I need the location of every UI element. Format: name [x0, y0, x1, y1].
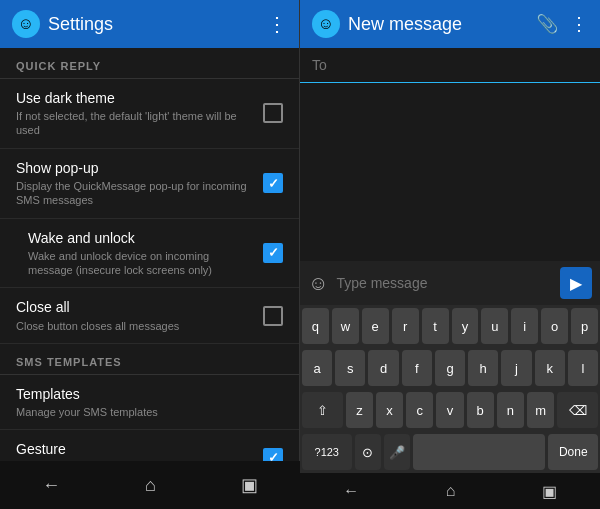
- key-v[interactable]: v: [436, 392, 463, 428]
- to-field-container[interactable]: [300, 48, 600, 83]
- setting-templates[interactable]: Templates Manage your SMS templates: [0, 375, 299, 430]
- message-body-area: [300, 83, 600, 261]
- setting-close-all[interactable]: Close all Close button closes all messag…: [0, 288, 299, 343]
- key-symbols[interactable]: ?123: [302, 434, 352, 470]
- section-sms-templates: SMS TEMPLATES: [0, 344, 299, 375]
- key-p[interactable]: p: [571, 308, 598, 344]
- setting-wake-unlock[interactable]: Wake and unlock Wake and unlock device o…: [0, 219, 299, 289]
- key-a[interactable]: a: [302, 350, 332, 386]
- right-nav-bar: ← ⌂ ▣: [300, 473, 600, 509]
- key-mic[interactable]: 🎤: [384, 434, 410, 470]
- recent-apps-button-right[interactable]: ▣: [530, 478, 569, 505]
- key-e[interactable]: e: [362, 308, 389, 344]
- settings-panel: ☺ Settings ⋮ QUICK REPLY Use dark theme …: [0, 0, 300, 509]
- key-f[interactable]: f: [402, 350, 432, 386]
- message-input[interactable]: [336, 275, 552, 291]
- key-n[interactable]: n: [497, 392, 524, 428]
- key-q[interactable]: q: [302, 308, 329, 344]
- setting-templates-title: Templates: [16, 385, 283, 403]
- setting-close-all-text: Close all Close button closes all messag…: [16, 298, 255, 332]
- keyboard-row-3: ⇧ z x c v b n m ⌫: [300, 389, 600, 431]
- app-icon-right: ☺: [312, 10, 340, 38]
- setting-templates-desc: Manage your SMS templates: [16, 405, 283, 419]
- new-message-title: New message: [348, 14, 528, 35]
- keyboard: q w e r t y u i o p a s d f g h j k l ⇧ …: [300, 305, 600, 473]
- key-c[interactable]: c: [406, 392, 433, 428]
- key-b[interactable]: b: [467, 392, 494, 428]
- show-popup-checkbox[interactable]: [263, 173, 283, 193]
- key-j[interactable]: j: [501, 350, 531, 386]
- setting-show-popup-text: Show pop-up Display the QuickMessage pop…: [16, 159, 255, 208]
- overflow-menu-icon[interactable]: ⋮: [267, 12, 287, 36]
- key-r[interactable]: r: [392, 308, 419, 344]
- key-z[interactable]: z: [346, 392, 373, 428]
- key-i[interactable]: i: [511, 308, 538, 344]
- key-done[interactable]: Done: [548, 434, 598, 470]
- key-o[interactable]: o: [541, 308, 568, 344]
- setting-dark-theme-title: Use dark theme: [16, 89, 255, 107]
- home-button-right[interactable]: ⌂: [434, 478, 468, 504]
- key-space[interactable]: [413, 434, 545, 470]
- key-g[interactable]: g: [435, 350, 465, 386]
- back-button-right[interactable]: ←: [331, 478, 371, 504]
- to-input[interactable]: [312, 57, 588, 73]
- header-actions: 📎 ⋮: [536, 13, 588, 35]
- key-l[interactable]: l: [568, 350, 598, 386]
- key-x[interactable]: x: [376, 392, 403, 428]
- key-u[interactable]: u: [481, 308, 508, 344]
- recent-apps-button[interactable]: ▣: [225, 466, 274, 504]
- setting-dark-theme-text: Use dark theme If not selected, the defa…: [16, 89, 255, 138]
- key-backspace[interactable]: ⌫: [557, 392, 598, 428]
- key-s[interactable]: s: [335, 350, 365, 386]
- setting-wake-unlock-title: Wake and unlock: [28, 229, 255, 247]
- send-button[interactable]: ▶: [560, 267, 592, 299]
- new-message-header: ☺ New message 📎 ⋮: [300, 0, 600, 48]
- message-input-bar: ☺ ▶: [300, 261, 600, 305]
- keyboard-row-2: a s d f g h j k l: [300, 347, 600, 389]
- key-t[interactable]: t: [422, 308, 449, 344]
- setting-gesture-title: Gesture: [16, 440, 255, 458]
- setting-wake-unlock-desc: Wake and unlock device on incoming messa…: [28, 249, 255, 278]
- setting-dark-theme[interactable]: Use dark theme If not selected, the defa…: [0, 79, 299, 149]
- setting-dark-theme-desc: If not selected, the default 'light' the…: [16, 109, 255, 138]
- setting-close-all-desc: Close button closes all messages: [16, 319, 255, 333]
- section-quick-reply: QUICK REPLY: [0, 48, 299, 79]
- key-k[interactable]: k: [535, 350, 565, 386]
- settings-title: Settings: [48, 14, 259, 35]
- settings-list: QUICK REPLY Use dark theme If not select…: [0, 48, 299, 509]
- close-all-checkbox[interactable]: [263, 306, 283, 326]
- setting-close-all-title: Close all: [16, 298, 255, 316]
- settings-header: ☺ Settings ⋮: [0, 0, 299, 48]
- key-h[interactable]: h: [468, 350, 498, 386]
- key-d[interactable]: d: [368, 350, 398, 386]
- key-m[interactable]: m: [527, 392, 554, 428]
- setting-show-popup[interactable]: Show pop-up Display the QuickMessage pop…: [0, 149, 299, 219]
- left-nav-bar: ← ⌂ ▣: [0, 461, 300, 509]
- setting-show-popup-title: Show pop-up: [16, 159, 255, 177]
- key-w[interactable]: w: [332, 308, 359, 344]
- setting-templates-text: Templates Manage your SMS templates: [16, 385, 283, 419]
- new-message-panel: ☺ New message 📎 ⋮ ☺ ▶ q w e r t y u i o …: [300, 0, 600, 509]
- app-icon: ☺: [12, 10, 40, 38]
- setting-wake-unlock-text: Wake and unlock Wake and unlock device o…: [28, 229, 255, 278]
- emoji-button[interactable]: ☺: [308, 272, 328, 295]
- keyboard-row-4: ?123 ⊙ 🎤 Done: [300, 431, 600, 473]
- setting-show-popup-desc: Display the QuickMessage pop-up for inco…: [16, 179, 255, 208]
- key-y[interactable]: y: [452, 308, 479, 344]
- wake-unlock-checkbox[interactable]: [263, 243, 283, 263]
- key-settings-icon[interactable]: ⊙: [355, 434, 381, 470]
- dark-theme-checkbox[interactable]: [263, 103, 283, 123]
- home-button[interactable]: ⌂: [129, 467, 172, 504]
- key-shift[interactable]: ⇧: [302, 392, 343, 428]
- back-button[interactable]: ←: [26, 467, 76, 504]
- attach-icon[interactable]: 📎: [536, 13, 558, 35]
- overflow-menu-right-icon[interactable]: ⋮: [570, 13, 588, 35]
- keyboard-row-1: q w e r t y u i o p: [300, 305, 600, 347]
